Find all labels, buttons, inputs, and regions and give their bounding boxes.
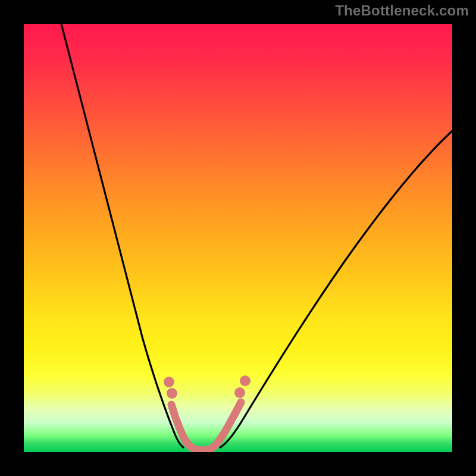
- marker-dot: [234, 387, 245, 398]
- marker-dot: [167, 388, 177, 399]
- chart-frame: TheBottleneck.com: [0, 0, 476, 476]
- marker-dot: [164, 377, 174, 387]
- marker-dot: [240, 375, 250, 386]
- curve-layer: [24, 24, 452, 452]
- watermark-text: TheBottleneck.com: [335, 2, 469, 19]
- curve-right: [220, 131, 452, 447]
- valley-segment: [171, 402, 241, 450]
